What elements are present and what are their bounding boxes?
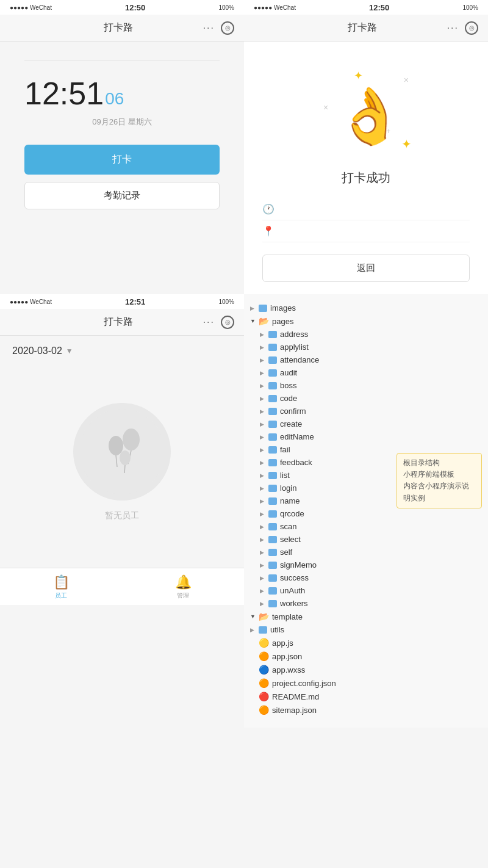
tree-file-icon [268,510,277,518]
tree-item-label: unAuth [280,586,305,595]
svg-point-0 [79,409,165,494]
nav-title-3: 打卡路 [104,316,133,328]
tree-item[interactable]: ▶boss [244,379,488,392]
tree-item-label: code [280,394,297,403]
tree-item-label: sitemap.json [272,706,317,715]
tree-file-icon [268,421,277,428]
checkin-button[interactable]: 打卡 [24,145,220,175]
tree-item[interactable]: 🟠project.config.json [244,676,488,690]
tree-item[interactable]: ▶address [244,328,488,341]
tree-item[interactable]: 🔵app.wxss [244,663,488,676]
nav-bar-2: 打卡路 ··· ◎ [244,15,488,42]
tree-item-label: scan [280,522,296,531]
tree-file-icon: 🔵 [259,665,269,675]
nav-dots-1[interactable]: ··· [203,23,215,34]
tree-item[interactable]: ▶workers [244,597,488,610]
phone-attendance: ●●●●● WeChat 12:51 100% 打卡路 ··· ◎ 2020-0… [0,294,244,728]
tree-item[interactable]: 🟠app.json [244,649,488,663]
tree-item[interactable]: ▶qrcode [244,507,488,520]
tree-item-label: images [270,303,296,313]
management-icon: 🔔 [175,574,192,590]
svg-point-1 [123,429,140,450]
tree-file-icon: 📂 [259,316,269,326]
nav-circle-3[interactable]: ◎ [221,316,234,329]
tree-item-label: template [272,612,303,621]
tree-item-label: confirm [280,407,306,416]
tree-item[interactable]: ▶self [244,546,488,559]
tree-arrow-icon: ▶ [260,396,266,402]
tree-item[interactable]: ▶select [244,533,488,546]
tree-arrow-icon: ▶ [260,601,266,607]
tree-arrow-icon: ▶ [260,485,266,491]
tree-arrow-icon: ▶ [260,562,266,568]
nav-title-1: 打卡路 [104,21,133,34]
nav-dots-3[interactable]: ··· [203,317,215,328]
time-1: 12:50 [125,3,145,12]
tree-item-label: README.md [272,692,319,701]
nav-dots-2[interactable]: ··· [447,23,459,34]
tree-arrow-icon: ▶ [260,524,266,530]
tree-arrow-icon: ▼ [250,613,256,620]
tree-item[interactable]: ▼📂pages [244,314,488,328]
divider-1 [24,60,220,60]
success-emoji-area: ✦ × × ✦ + 👌 [317,66,415,164]
tree-item[interactable]: ▼📂template [244,610,488,623]
tree-item[interactable]: ▶utils [244,623,488,636]
tree-item[interactable]: ▶unAuth [244,584,488,597]
tree-item[interactable]: ▶audit [244,366,488,379]
annotation-line2: 小程序前端模板 [403,469,475,480]
tree-file-icon [259,305,267,312]
tree-arrow-icon: ▶ [260,331,266,338]
tree-item-label: utils [270,625,284,634]
file-tree-panel: 根目录结构 小程序前端模板 内容含小程序演示说明实例 ▶images▼📂page… [244,294,488,728]
record-button[interactable]: 考勤记录 [24,182,220,209]
tree-arrow-icon: ▶ [260,408,266,414]
tab-management-label: 管理 [177,591,189,600]
tree-file-icon: 📂 [259,612,269,621]
tree-file-icon: 🟠 [259,651,269,661]
tree-item-label: project.config.json [272,679,336,688]
tab-employees[interactable]: 📋 员工 [0,572,122,602]
tree-item[interactable]: ▶applylist [244,341,488,353]
signal-2: ●●●●● WeChat [254,4,296,11]
tree-file-icon [268,433,277,441]
tree-item[interactable]: ▶confirm [244,405,488,418]
tree-file-icon [268,485,277,492]
nav-circle-2[interactable]: ◎ [465,21,478,35]
tab-bar: 📋 员工 🔔 管理 [0,568,244,605]
date-selector[interactable]: 2020-03-02 ▼ [12,345,232,356]
clock-date: 09月26日 星期六 [24,117,220,128]
tree-item[interactable]: ▶code [244,392,488,405]
tree-item-label: workers [280,599,308,608]
tree-item[interactable]: ▶attendance [244,353,488,366]
tree-item-label: app.json [272,652,302,661]
nav-bar-1: 打卡路 ··· ◎ [0,15,244,42]
time-info-row: 🕐 [262,198,470,220]
tree-item[interactable]: ▶success [244,571,488,584]
return-button[interactable]: 返回 [262,255,470,282]
tree-item-label: boss [280,381,296,390]
tree-item-label: editName [280,432,314,441]
tree-item[interactable]: ▶signMemo [244,559,488,571]
tree-file-icon [268,549,277,556]
tree-file-icon [268,446,277,454]
tree-file-icon [268,574,277,582]
nav-circle-1[interactable]: ◎ [221,21,234,35]
tree-item[interactable]: 🟠sitemap.json [244,703,488,717]
annotation-note: 根目录结构 小程序前端模板 内容含小程序演示说明实例 [396,453,482,508]
tree-arrow-icon: ▶ [260,421,266,427]
tab-management[interactable]: 🔔 管理 [122,572,244,602]
tree-item[interactable]: ▶scan [244,520,488,533]
tree-file-icon: 🔴 [259,692,269,701]
tree-file-icon [268,344,277,351]
tree-file-icon: 🟠 [259,705,269,715]
empty-list-area: 暂无员工 [12,366,232,558]
tree-arrow-icon: ▶ [260,447,266,453]
annotation-line1: 根目录结构 [403,457,475,469]
tree-item[interactable]: ▶images [244,302,488,314]
status-bar-2: ●●●●● WeChat 12:50 100% [244,0,488,15]
tree-item[interactable]: 🟡app.js [244,636,488,649]
tree-item[interactable]: ▶create [244,418,488,430]
tree-item[interactable]: 🔴README.md [244,690,488,703]
tree-item[interactable]: ▶editName [244,430,488,443]
